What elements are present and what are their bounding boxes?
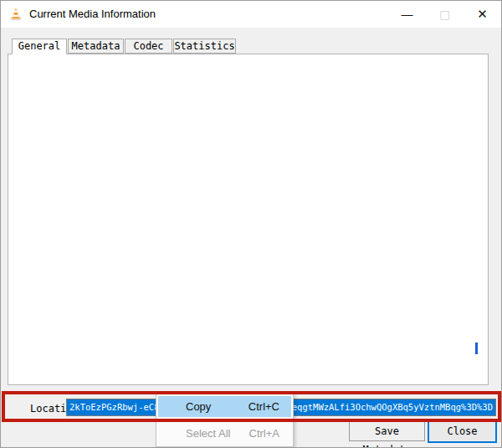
maximize-icon[interactable]: ▢ <box>426 1 464 28</box>
location-text-start: 2kToEzPGzRbwj-eC8 <box>69 402 159 412</box>
tab-codec[interactable]: Codec <box>125 39 172 54</box>
menu-item-copy[interactable]: Copy Ctrl+C <box>158 396 291 417</box>
copy-label: Copy <box>186 396 211 417</box>
copy-shortcut: Ctrl+C <box>248 396 279 417</box>
location-text-end: w7eqgtMWzALfi3OchwQOgXBq5yVztnMBqg%3D%3D <box>281 402 493 412</box>
menu-separator <box>160 420 289 420</box>
channel-logo-accent <box>475 342 478 354</box>
save-metadata-button[interactable]: Save Metadata <box>349 421 425 441</box>
select-all-shortcut: Ctrl+A <box>249 423 279 444</box>
select-all-label: Select All <box>186 423 230 444</box>
close-button[interactable]: Close <box>428 420 497 443</box>
titlebar: Current Media Information — ▢ ✕ <box>1 1 501 28</box>
close-icon[interactable]: ✕ <box>464 1 501 28</box>
window-title: Current Media Information <box>29 8 156 20</box>
context-menu: Copy Ctrl+C Select All Ctrl+A <box>156 393 294 447</box>
media-info-dialog: Current Media Information — ▢ ✕ General … <box>0 0 502 448</box>
tab-statistics[interactable]: Statistics <box>173 39 236 54</box>
vlc-cone-icon <box>9 8 23 21</box>
general-tab-page <box>8 54 489 385</box>
tab-metadata[interactable]: Metadata <box>68 39 124 54</box>
minimize-icon[interactable]: — <box>388 1 426 28</box>
tab-general[interactable]: General <box>12 39 67 54</box>
menu-item-select-all[interactable]: Select All Ctrl+A <box>158 423 291 444</box>
